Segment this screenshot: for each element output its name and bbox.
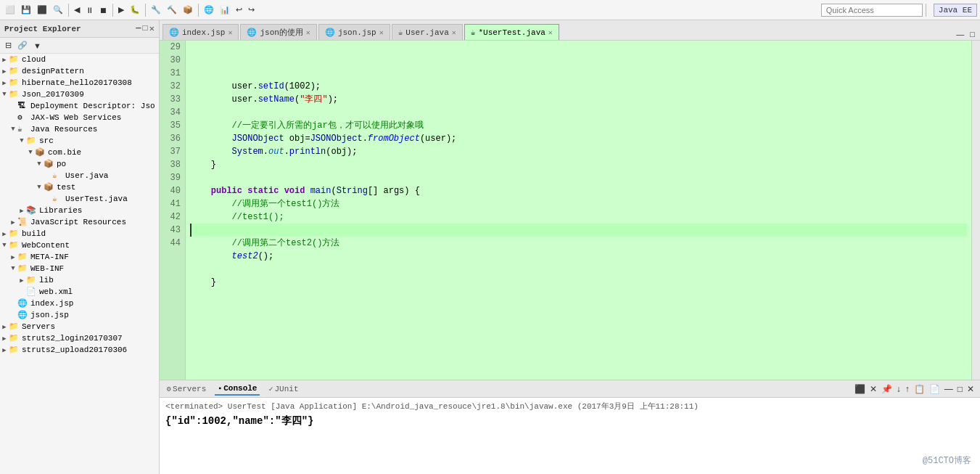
toolbar-btn-8[interactable]: 🔧	[149, 4, 163, 16]
package-icon: 📦	[44, 182, 55, 192]
sep1	[68, 4, 69, 17]
sidebar-close-icon[interactable]: ✕	[149, 23, 155, 34]
sidebar-item[interactable]: 🏗Deployment Descriptor: Jso	[0, 100, 159, 112]
sidebar-item[interactable]: ▶📁designPattern	[0, 65, 159, 77]
console-stop-btn[interactable]: ✕	[868, 383, 878, 395]
toolbar-btn-4[interactable]: 🔍	[51, 4, 65, 16]
sidebar-item[interactable]: ▶📁hibernate_hello20170308	[0, 77, 159, 89]
code-line: public static void main(String[] args) {	[190, 184, 967, 197]
sep3	[145, 4, 146, 17]
editor-maximize-btn[interactable]: □	[968, 28, 977, 40]
tree-label: hibernate_hello20170308	[22, 78, 132, 87]
tree-label: test	[57, 183, 75, 192]
sidebar-item[interactable]: ▼📁src	[0, 135, 159, 147]
sidebar-item[interactable]: ▼📦test	[0, 181, 159, 193]
bottom-tab[interactable]: ✓JUnit	[265, 383, 301, 395]
tree-label: com.bie	[48, 148, 81, 157]
line-number: 42	[164, 211, 181, 224]
tab-close-icon[interactable]: ✕	[228, 28, 232, 37]
sidebar-item[interactable]: ▶📁struts2_login20170307	[0, 332, 159, 344]
sidebar-item[interactable]: ▼📦po	[0, 158, 159, 170]
sidebar-item[interactable]: ▼📦com.bie	[0, 147, 159, 158]
console-close-btn[interactable]: ✕	[965, 383, 976, 395]
tree-arrow: ▶	[0, 230, 9, 238]
tab-label: *UserTest.java	[478, 28, 545, 37]
sidebar-item[interactable]: ▼☕Java Resources	[0, 123, 159, 135]
run-button[interactable]: ▶	[116, 4, 126, 16]
tree-label: User.java	[65, 171, 108, 180]
debug-button[interactable]: 🐛	[128, 4, 142, 16]
tree-label: Json_20170309	[22, 90, 84, 99]
toolbar-btn-13[interactable]: ↩	[234, 4, 244, 16]
sidebar-toolbar: ⊟ 🔗 ▼	[0, 38, 159, 54]
folder-icon: 📁	[9, 333, 20, 343]
tab-close-icon[interactable]: ✕	[548, 28, 553, 37]
code-content[interactable]: user.setId(1002); user.setName("李四"); //…	[186, 41, 971, 380]
java-ee-badge: Java EE	[934, 4, 977, 17]
sidebar-item[interactable]: ▼📁WEB-INF	[0, 263, 159, 274]
sidebar-filter-btn[interactable]: ▼	[31, 39, 44, 52]
toolbar-btn-5[interactable]: ◀	[72, 4, 82, 16]
sidebar-item[interactable]: ▶📁lib	[0, 274, 159, 286]
console-copy-btn[interactable]: 📋	[913, 383, 926, 395]
sidebar-item[interactable]: 🌐json.jsp	[0, 309, 159, 321]
sidebar-minimize-icon[interactable]: —	[136, 23, 141, 34]
editor-minimize-btn[interactable]: —	[954, 28, 966, 40]
tree-arrow: ▶	[0, 346, 9, 354]
toolbar-btn-7[interactable]: ⏹	[97, 4, 110, 16]
folder-icon: 📁	[26, 275, 38, 285]
console-paste-btn[interactable]: 📄	[928, 383, 942, 395]
editor-tab[interactable]: ☕User.java✕	[392, 24, 463, 40]
sidebar-item[interactable]: ▼📁WebContent	[0, 240, 159, 251]
code-line: //test1();	[190, 211, 967, 224]
tab-close-icon[interactable]: ✕	[379, 28, 384, 37]
sidebar-item[interactable]: ☕User.java	[0, 170, 159, 181]
code-area[interactable]: 29303132333435363738394041424344 user.se…	[160, 41, 971, 380]
toolbar-btn-12[interactable]: 📊	[218, 4, 232, 16]
sidebar-item[interactable]: ⚙JAX-WS Web Services	[0, 112, 159, 123]
toolbar-btn-14[interactable]: ↪	[246, 4, 257, 16]
tree-label: UserTest.java	[65, 195, 128, 203]
sidebar-item[interactable]: ▶📁build	[0, 228, 159, 240]
toolbar-btn-1[interactable]: ⬜	[3, 4, 17, 16]
bottom-tab[interactable]: ⚙Servers	[164, 383, 209, 395]
tree-arrow: ▶	[0, 68, 9, 75]
toolbar-btn-2[interactable]: 💾	[19, 4, 33, 16]
editor-tab[interactable]: ☕*UserTest.java✕	[464, 24, 559, 40]
sidebar-collapse-btn[interactable]: ⊟	[3, 39, 14, 52]
toolbar-btn-3[interactable]: ⬛	[35, 4, 49, 16]
bottom-tab-icon: ⚙	[167, 385, 171, 393]
editor-tab[interactable]: 🌐json的使用✕	[240, 24, 316, 40]
sidebar-item[interactable]: ▶📁META-INF	[0, 251, 159, 263]
quick-access-input[interactable]	[821, 4, 923, 17]
toolbar-btn-10[interactable]: 📦	[181, 4, 195, 16]
editor-tab[interactable]: 🌐json.jsp✕	[318, 24, 390, 40]
console-clear-btn[interactable]: ⬛	[853, 383, 867, 395]
sidebar-item[interactable]: ▼📁Json_20170309	[0, 89, 159, 100]
sidebar-item[interactable]: ▶📚Libraries	[0, 205, 159, 216]
tab-close-icon[interactable]: ✕	[452, 28, 456, 37]
bottom-tab[interactable]: ▪Console	[215, 383, 260, 396]
console-scroll-up-btn[interactable]: ↑	[904, 383, 911, 395]
toolbar-btn-11[interactable]: 🌐	[202, 4, 216, 16]
sidebar-item[interactable]: ▶📜JavaScript Resources	[0, 216, 159, 228]
sidebar-maximize-icon[interactable]: □	[143, 23, 148, 34]
toolbar-btn-6[interactable]: ⏸	[83, 4, 96, 16]
console-scroll-btn[interactable]: ↓	[895, 383, 902, 395]
sidebar-link-btn[interactable]: 🔗	[15, 39, 30, 52]
sidebar-item[interactable]: 📄web.xml	[0, 286, 159, 298]
console-maximize-btn[interactable]: □	[956, 383, 964, 395]
sidebar-item[interactable]: ▶📁cloud	[0, 54, 159, 65]
sidebar-item[interactable]: ▶📁Servers	[0, 321, 159, 332]
tab-close-icon[interactable]: ✕	[306, 28, 310, 37]
editor-tab[interactable]: 🌐index.jsp✕	[162, 24, 239, 40]
right-scrollbar[interactable]	[971, 41, 980, 380]
toolbar-btn-9[interactable]: 🔨	[165, 4, 179, 16]
line-number: 37	[164, 145, 181, 158]
sidebar-item[interactable]: ☕UserTest.java	[0, 193, 159, 205]
console-pin-btn[interactable]: 📌	[880, 383, 894, 395]
sidebar-item[interactable]: 🌐index.jsp	[0, 298, 159, 309]
sidebar: Project Explorer — □ ✕ ⊟ 🔗 ▼ ▶📁cloud▶📁de…	[0, 20, 160, 474]
console-minimize-btn[interactable]: —	[943, 383, 955, 395]
sidebar-item[interactable]: ▶📁struts2_upload20170306	[0, 344, 159, 356]
